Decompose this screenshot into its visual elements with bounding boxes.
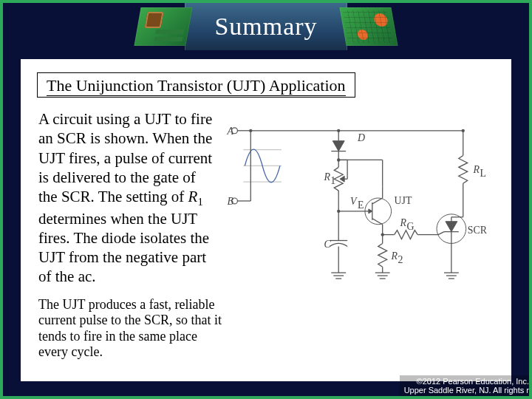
svg-marker-11 [332, 141, 344, 151]
label-R2s: 2 [398, 254, 403, 265]
slide-title: Summary [185, 3, 347, 50]
para1-b: determines when the UJT fires. The diode… [38, 210, 209, 286]
body-paragraph-2: The UJT produces a fast, reliable curren… [38, 297, 223, 361]
para1-sub: 1 [197, 196, 202, 208]
copyright-line2: Upper Saddle River, NJ. All rights r [404, 386, 529, 395]
label-VE: V [350, 196, 358, 207]
label-RG: R [399, 217, 406, 228]
circuit-diagram: A B D [220, 114, 494, 284]
label-R1s: 1 [330, 175, 335, 186]
label-C: C [324, 239, 331, 250]
label-RLs: L [480, 168, 486, 179]
label-SCR: SCR [468, 225, 488, 236]
label-A: A [227, 126, 234, 137]
body-paragraph: A B D [38, 109, 494, 287]
label-B: B [228, 196, 234, 207]
slide: Summary The Unijunction Transistor (UJT)… [0, 0, 532, 399]
para1-a: A circuit using a UJT to fire an SCR is … [38, 110, 212, 205]
label-UJT: UJT [395, 195, 412, 206]
svg-marker-18 [340, 176, 344, 182]
label-D: D [357, 132, 365, 143]
section-title-box: The Unijunction Transistor (UJT) Applica… [37, 72, 355, 98]
copyright: ©2012 Pearson Education, Inc. Upper Sadd… [400, 375, 529, 396]
section-title: The Unijunction Transistor (UJT) Applica… [47, 76, 346, 96]
label-R2: R [391, 250, 398, 262]
banner-decor-left [134, 7, 192, 46]
sine-icon [243, 149, 282, 183]
label-VEs: E [358, 200, 364, 211]
banner-decor-right [339, 7, 398, 46]
title-banner: Summary [137, 3, 395, 50]
label-R1: R [323, 171, 330, 183]
para1-R: R [188, 188, 198, 205]
label-RGs: G [406, 221, 414, 232]
copyright-line1: ©2012 Pearson Education, Inc. [404, 377, 529, 386]
content-area: The Unijunction Transistor (UJT) Applica… [21, 59, 511, 381]
label-RL: R [473, 164, 480, 175]
